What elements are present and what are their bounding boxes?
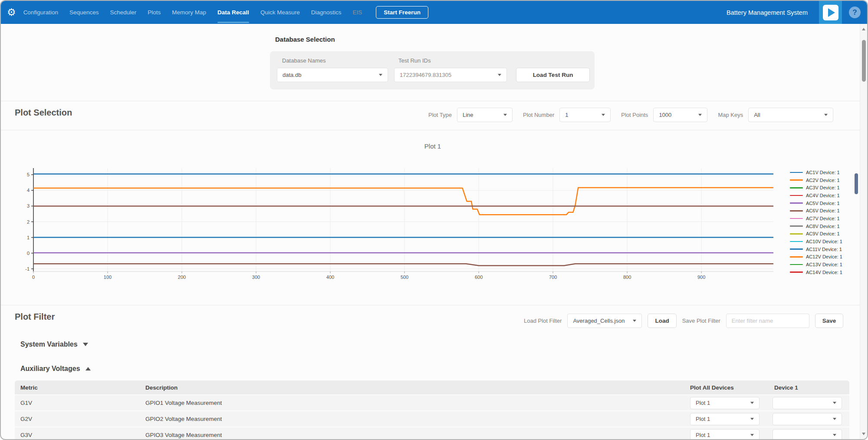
legend-item[interactable]: AC13V Device: 1 [790,261,842,268]
scrollbar-thumb[interactable] [862,40,866,82]
chevron-down-icon [833,434,836,436]
legend-item[interactable]: AC4V Device: 1 [790,192,842,199]
gear-icon[interactable]: ⚙ [7,7,16,17]
chart-series [33,174,773,265]
chevron-up-icon [85,367,91,371]
legend-item[interactable]: AC11V Device: 1 [790,245,842,253]
map-keys-dropdown[interactable]: All [748,108,833,122]
plot-type-dropdown[interactable]: Line [457,108,513,122]
table-row: G3VGPIO3 Voltage MeasurementPlot 1 [15,427,849,440]
svg-text:500: 500 [401,275,408,280]
legend-swatch [790,241,803,242]
legend-swatch [790,195,803,196]
legend-label: AC3V Device: 1 [806,185,840,190]
plot-all-devices-dropdown[interactable]: Plot 1 [690,413,760,425]
database-names-label: Database Names [282,57,326,64]
legend-swatch [790,264,803,265]
svg-text:1: 1 [27,235,30,240]
plot-points-dropdown[interactable]: 1000 [653,108,707,122]
svg-text:5: 5 [27,172,30,177]
device-1-dropdown[interactable] [773,397,842,409]
start-freerun-button[interactable]: Start Freerun [376,6,428,19]
legend-label: AC9V Device: 1 [806,231,840,236]
divider [1,101,860,101]
chevron-down-icon [750,434,754,436]
nav-tab-data-recall[interactable]: Data Recall [217,1,249,24]
nav-tab-diagnostics[interactable]: Diagnostics [311,1,342,24]
chevron-down-icon [833,402,836,404]
legend-item[interactable]: AC12V Device: 1 [790,253,842,261]
chart-scrollbar-thumb[interactable] [855,173,858,194]
series-line [33,264,773,265]
control-group: Map KeysAll [718,108,833,122]
load-plot-filter-value: Averaged_Cells.json [573,318,625,324]
device-1-dropdown[interactable] [773,413,842,425]
legend-item[interactable]: AC7V Device: 1 [790,215,842,222]
legend-swatch [790,187,803,189]
svg-text:-1: -1 [25,266,30,271]
nav-tab-sequences[interactable]: Sequences [69,1,99,24]
nav-tab-label: Quick Measure [260,9,300,16]
divider [1,305,860,305]
chart-legend: AC1V Device: 1AC2V Device: 1AC3V Device:… [790,169,842,276]
nav-tab-quick-measure[interactable]: Quick Measure [260,1,300,24]
save-button[interactable]: Save [815,314,844,328]
svg-text:600: 600 [475,275,483,280]
legend-item[interactable]: AC1V Device: 1 [790,169,842,176]
legend-item[interactable]: AC3V Device: 1 [790,184,842,192]
plot-all-devices-dropdown[interactable]: Plot 1 [690,429,760,440]
legend-label: AC6V Device: 1 [806,208,840,213]
metric-cell: G2V [20,416,32,422]
plot-all-devices-dropdown-value: Plot 1 [696,416,710,422]
scroll-down-icon[interactable] [862,433,865,435]
device-1-dropdown[interactable] [773,429,842,440]
nav-tab-configuration[interactable]: Configuration [23,1,58,24]
plot-title: Plot 1 [391,142,474,150]
legend-item[interactable]: AC2V Device: 1 [790,176,842,184]
nav-tab-scheduler[interactable]: Scheduler [110,1,137,24]
page-scrollbar[interactable] [860,24,867,439]
legend-item[interactable]: AC8V Device: 1 [790,222,842,230]
svg-text:0: 0 [32,275,35,280]
plot-all-devices-dropdown[interactable]: Plot 1 [690,397,760,409]
nav-tab-label: Diagnostics [311,9,342,16]
plot-type-label: Plot Type [428,112,452,118]
svg-text:200: 200 [178,275,186,280]
nav-tab-label: Sequences [69,9,99,16]
system-variables-toggle[interactable]: System Variables [20,341,88,348]
legend-item[interactable]: AC5V Device: 1 [790,199,842,207]
divider [1,130,860,130]
legend-item[interactable]: AC14V Device: 1 [790,268,842,276]
col-device-1: Device 1 [774,384,798,391]
nav-tab-memory-map[interactable]: Memory Map [172,1,206,24]
database-names-dropdown[interactable]: data.db [277,68,388,82]
legend-item[interactable]: AC10V Device: 1 [790,238,842,245]
svg-text:800: 800 [623,275,631,280]
nav-tab-label: Data Recall [217,9,249,16]
nav-tab-label: Configuration [23,9,58,16]
plot-points-dropdown-value: 1000 [659,112,671,118]
help-icon[interactable]: ? [849,7,861,18]
plot-number-dropdown[interactable]: 1 [559,108,611,122]
load-button[interactable]: Load [648,314,676,328]
control-group: Plot Points1000 [621,108,707,122]
legend-label: AC13V Device: 1 [806,262,842,267]
run-button[interactable] [819,1,842,24]
load-plot-filter-dropdown[interactable]: Averaged_Cells.json [567,314,642,328]
legend-swatch [790,256,803,258]
save-filter-input[interactable] [726,314,809,328]
aux-voltages-table: Metric Description Plot All Devices Devi… [15,380,849,440]
test-run-ids-dropdown[interactable]: 1722394679.831305 [394,68,507,82]
svg-text:4: 4 [27,188,30,193]
legend-swatch [790,225,803,227]
legend-item[interactable]: AC6V Device: 1 [790,207,842,215]
legend-label: AC11V Device: 1 [806,247,842,252]
app-window: ⚙ ConfigurationSequencesSchedulerPlotsMe… [0,0,868,440]
legend-item[interactable]: AC9V Device: 1 [790,230,842,238]
map-keys-dropdown-value: All [754,112,760,118]
nav-tab-plots[interactable]: Plots [148,1,161,24]
plot-selection-title: Plot Selection [15,108,72,118]
scroll-up-icon[interactable] [862,28,865,30]
auxiliary-voltages-toggle[interactable]: Auxiliary Voltages [20,365,91,373]
load-test-run-button[interactable]: Load Test Run [516,68,590,82]
